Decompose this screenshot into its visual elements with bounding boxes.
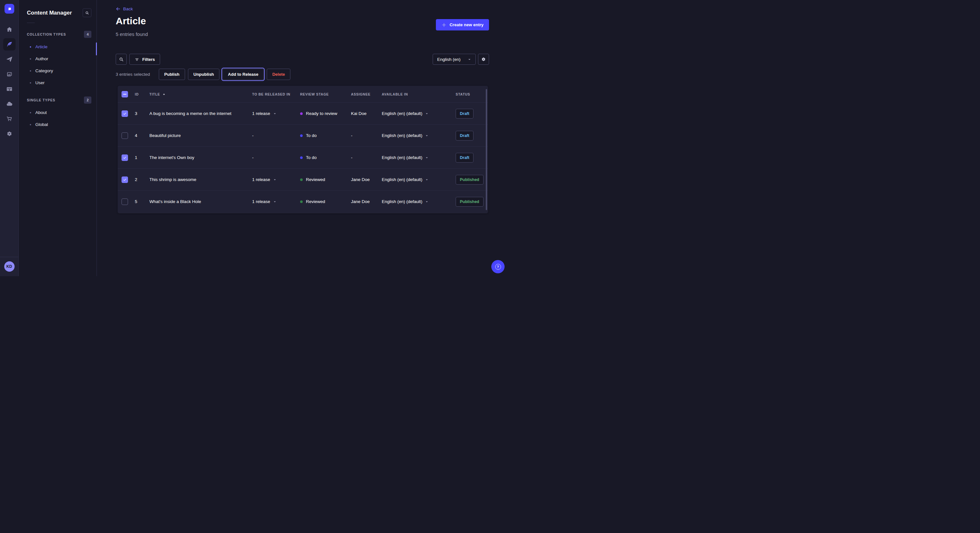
publish-button[interactable]: Publish (159, 69, 185, 80)
cell-available-in[interactable]: English (en) (default) (382, 111, 456, 116)
create-new-entry-button[interactable]: Create new entry (436, 19, 489, 30)
question-mark-icon: ? (495, 264, 501, 270)
cell-available-in[interactable]: English (en) (default) (382, 177, 456, 182)
cell-available-in[interactable]: English (en) (default) (382, 155, 456, 160)
row-checkbox[interactable] (121, 176, 128, 183)
chevron-down-icon (273, 112, 277, 115)
single-types-count-badge: 2 (84, 97, 91, 104)
select-all-checkbox[interactable] (121, 91, 128, 97)
content-manager-feather-icon (6, 41, 13, 48)
cell-title: Beautiful picture (150, 133, 252, 138)
sidebar-item-about[interactable]: About (19, 106, 97, 119)
help-button[interactable]: ? (491, 260, 504, 273)
chevron-down-icon (425, 200, 428, 203)
arrow-left-icon (116, 6, 121, 11)
row-checkbox[interactable] (121, 132, 128, 139)
cell-available-in[interactable]: English (en) (default) (382, 199, 456, 204)
cell-review-stage: Reviewed (300, 177, 351, 182)
cell-id: 2 (135, 177, 150, 182)
table-row[interactable]: 4 Beautiful picture - To do - English (e… (118, 124, 488, 146)
user-avatar[interactable]: KD (4, 261, 14, 272)
stage-dot (300, 134, 303, 137)
cell-release-dropdown[interactable]: - (252, 133, 300, 138)
sidebar-item-category[interactable]: Category (19, 65, 97, 77)
cell-assignee: - (351, 133, 382, 138)
sort-ascending-icon (162, 93, 165, 96)
collection-types-label: COLLECTION TYPES (27, 32, 66, 36)
column-title[interactable]: TITLE (150, 92, 252, 96)
home-icon (6, 26, 13, 33)
plus-icon (441, 22, 447, 27)
cell-available-in[interactable]: English (en) (default) (382, 133, 456, 138)
cell-title: A bug is becoming a meme on the internet (150, 111, 252, 116)
bulk-actions-bar: 3 entries selected Publish Unpublish Add… (116, 69, 293, 80)
cell-release-dropdown[interactable]: 1 release (252, 177, 300, 182)
shopping-cart-icon (6, 115, 13, 122)
chevron-down-icon (468, 58, 471, 61)
stage-dot (300, 156, 303, 159)
table-row[interactable]: 2 This shrimp is awesome 1 release Revie… (118, 168, 488, 190)
cell-review-stage: To do (300, 133, 351, 138)
search-icon (119, 57, 124, 62)
strapi-logo[interactable] (5, 4, 14, 14)
column-to-be-released-in[interactable]: TO BE RELEASED IN (252, 92, 300, 96)
table-scrollbar[interactable] (486, 89, 487, 210)
nav-home[interactable] (3, 23, 16, 36)
nav-settings[interactable] (3, 128, 16, 140)
table-row[interactable]: 1 The internet's Own boy - To do - Engli… (118, 146, 488, 168)
nav-content-manager[interactable] (3, 38, 16, 51)
delete-button[interactable]: Delete (267, 69, 290, 80)
unpublish-button[interactable]: Unpublish (188, 69, 220, 80)
nav-marketplace[interactable] (3, 113, 16, 125)
row-checkbox[interactable] (121, 154, 128, 161)
row-checkbox[interactable] (121, 110, 128, 117)
cell-review-stage: Ready to review (300, 111, 351, 116)
filters-button[interactable]: Filters (129, 54, 160, 65)
column-id[interactable]: ID (135, 92, 150, 96)
cell-assignee: Jane Doe (351, 177, 382, 182)
nav-media-library[interactable] (3, 68, 16, 80)
back-link[interactable]: Back (116, 6, 133, 11)
cell-title: The internet's Own boy (150, 155, 252, 160)
sidebar-title: Content Manager (27, 10, 72, 16)
status-badge: Published (456, 175, 484, 185)
cell-release-dropdown[interactable]: - (252, 155, 300, 160)
media-images-icon (6, 71, 13, 78)
column-status[interactable]: STATUS (456, 92, 488, 96)
single-types-section: SINGLE TYPES 2 About Global (19, 97, 97, 130)
cell-id: 5 (135, 199, 150, 204)
check-icon (123, 178, 127, 182)
nav-content-type-builder[interactable] (3, 83, 16, 95)
cell-release-dropdown[interactable]: 1 release (252, 111, 300, 116)
status-badge: Draft (456, 131, 474, 141)
sidebar-item-user[interactable]: User (19, 77, 97, 89)
cell-release-dropdown[interactable]: 1 release (252, 199, 300, 204)
content-manager-sidebar: Content Manager COLLECTION TYPES 4 Artic… (19, 0, 97, 276)
sidebar-item-author[interactable]: Author (19, 53, 97, 65)
column-available-in[interactable]: AVAILABLE IN (382, 92, 456, 96)
add-to-release-button[interactable]: Add to Release (222, 69, 264, 80)
sidebar-search-button[interactable] (83, 8, 91, 17)
nav-releases[interactable] (3, 53, 16, 65)
search-entries-button[interactable] (116, 54, 127, 65)
chevron-down-icon (273, 178, 277, 181)
column-assignee[interactable]: ASSIGNEE (351, 92, 382, 96)
table-row[interactable]: 5 What's inside a Black Hole 1 release R… (118, 190, 488, 213)
column-review-stage[interactable]: REVIEW STAGE (300, 92, 351, 96)
stage-dot (300, 178, 303, 181)
chevron-down-icon (425, 112, 428, 115)
view-settings-button[interactable] (478, 54, 489, 65)
cell-assignee: Kai Doe (351, 111, 382, 116)
settings-gear-icon (6, 130, 13, 137)
check-icon (123, 112, 127, 116)
page-title: Article (116, 16, 146, 27)
table-row[interactable]: 3 A bug is becoming a meme on the intern… (118, 102, 488, 124)
nav-deploy[interactable] (3, 98, 16, 110)
sidebar-item-global[interactable]: Global (19, 119, 97, 130)
locale-select[interactable]: English (en) (433, 54, 476, 65)
entries-table: ID TITLE TO BE RELEASED IN REVIEW STAGE … (118, 86, 488, 213)
layout-card-icon (6, 86, 13, 93)
status-badge: Draft (456, 109, 474, 119)
row-checkbox[interactable] (121, 198, 128, 205)
sidebar-item-article[interactable]: Article (19, 41, 97, 53)
